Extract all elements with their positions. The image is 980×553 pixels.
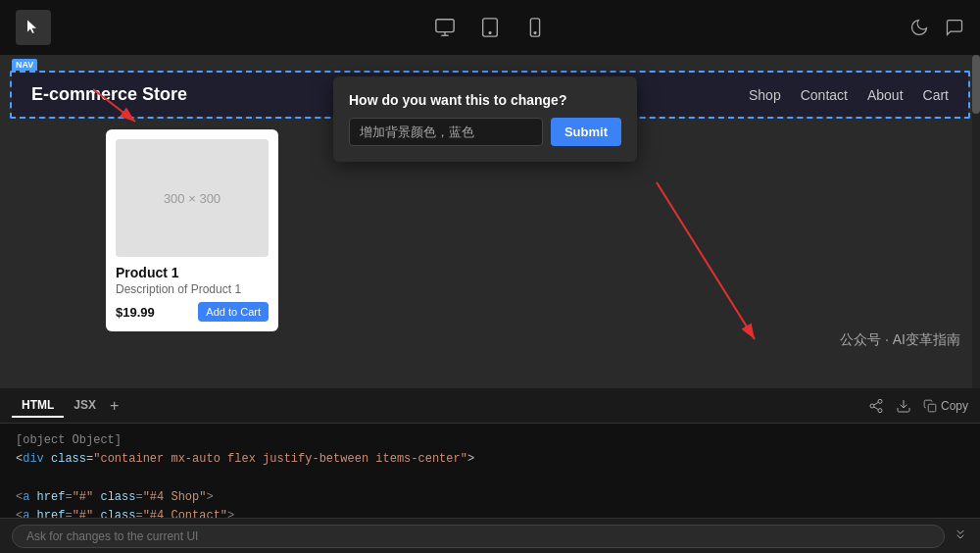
popup-title: How do you want this to change? — [349, 92, 621, 108]
nav-links: Shop Contact About Cart — [749, 87, 949, 103]
product-card: 300 × 300 Product 1 Description of Produ… — [106, 129, 278, 331]
svg-point-4 — [489, 32, 491, 34]
tab-jsx[interactable]: JSX — [64, 394, 106, 418]
svg-line-10 — [657, 182, 755, 339]
toolbar-left — [16, 10, 51, 45]
dark-mode-button[interactable] — [909, 18, 929, 37]
code-line-4: <a href="#" class="#4 Shop"> — [16, 488, 964, 507]
nav-link-cart[interactable]: Cart — [923, 87, 949, 103]
popup-submit-button[interactable]: Submit — [551, 118, 621, 146]
chat-button[interactable] — [945, 18, 964, 37]
product-price: $19.99 — [116, 305, 155, 320]
svg-rect-17 — [928, 404, 936, 412]
scrollbar[interactable] — [972, 55, 980, 388]
svg-line-14 — [874, 407, 879, 410]
product-name: Product 1 — [116, 265, 269, 280]
code-line-1: [object Object] — [16, 431, 964, 450]
toolbar-center — [430, 13, 550, 42]
code-line-3 — [16, 469, 964, 487]
panel-actions: Copy — [868, 398, 968, 414]
download-button[interactable] — [896, 398, 911, 414]
product-description: Description of Product 1 — [116, 282, 269, 296]
chat-input[interactable] — [12, 525, 945, 548]
product-footer: $19.99 Add to Cart — [116, 302, 269, 322]
chat-expand-button[interactable] — [953, 527, 968, 546]
tab-add-button[interactable]: + — [110, 397, 119, 415]
copy-button[interactable]: Copy — [923, 399, 968, 413]
nav-link-contact[interactable]: Contact — [801, 87, 848, 103]
nav-link-shop[interactable]: Shop — [749, 87, 781, 103]
panel-tabs: HTML JSX + — [0, 388, 980, 424]
desktop-view-button[interactable] — [430, 13, 460, 42]
svg-point-11 — [878, 399, 882, 403]
code-line-2: <div class="container mx-auto flex justi… — [16, 450, 964, 469]
nav-link-about[interactable]: About — [867, 87, 904, 103]
svg-rect-0 — [436, 20, 454, 32]
scrollbar-thumb[interactable] — [972, 55, 980, 114]
toolbar-right — [909, 18, 964, 37]
canvas-area: NAV E-commerce Store Shop Contact About … — [0, 55, 980, 388]
watermark: 公众号 · AI变革指南 — [840, 331, 960, 349]
cursor-tool-button[interactable] — [16, 10, 51, 45]
mobile-view-button[interactable] — [520, 13, 550, 42]
popup-input[interactable] — [349, 118, 543, 146]
svg-line-15 — [874, 402, 879, 405]
svg-point-12 — [870, 404, 874, 408]
code-area: [object Object] <div class="container mx… — [0, 424, 980, 518]
top-toolbar — [0, 0, 980, 55]
tablet-view-button[interactable] — [475, 13, 505, 42]
add-to-cart-button[interactable]: Add to Cart — [198, 302, 269, 322]
svg-point-13 — [878, 408, 882, 412]
popup-dialog: How do you want this to change? Submit — [333, 76, 637, 162]
product-image: 300 × 300 — [116, 139, 269, 257]
tab-html[interactable]: HTML — [12, 394, 64, 418]
svg-point-6 — [534, 32, 536, 34]
code-line-5: <a href="#" class="#4 Contact"> — [16, 507, 964, 518]
nav-badge: NAV — [12, 59, 37, 71]
share-button[interactable] — [868, 398, 884, 414]
chat-bar — [0, 518, 980, 553]
copy-label: Copy — [941, 399, 968, 413]
popup-input-row: Submit — [349, 118, 621, 146]
bottom-panel: HTML JSX + — [0, 388, 980, 553]
nav-logo: E-commerce Store — [31, 84, 187, 105]
